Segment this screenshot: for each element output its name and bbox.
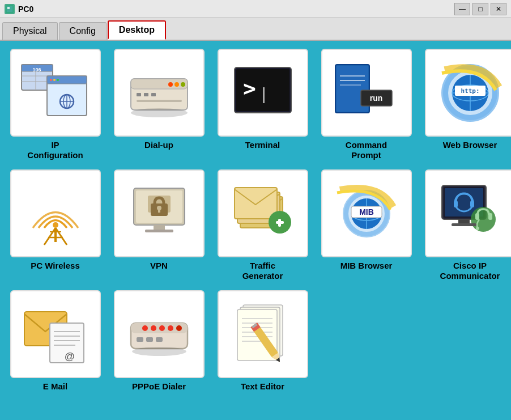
svg-point-85: [476, 227, 479, 230]
svg-point-12: [60, 95, 74, 108]
web-browser-icon: http:: [433, 59, 507, 127]
svg-rect-2: [22, 65, 53, 90]
tab-config[interactable]: Config: [59, 22, 107, 40]
svg-rect-38: [361, 90, 392, 106]
svg-rect-21: [137, 93, 141, 96]
svg-rect-19: [131, 79, 188, 110]
svg-text:@: @: [64, 351, 74, 362]
svg-line-49: [44, 228, 56, 245]
mib-browser-icon: MIB: [330, 180, 403, 248]
svg-rect-9: [47, 76, 87, 116]
svg-point-18: [57, 79, 59, 81]
svg-rect-3: [22, 65, 53, 71]
svg-point-42: [452, 75, 488, 111]
email-label: E Mail: [43, 381, 67, 392]
svg-rect-56: [148, 196, 171, 213]
icon-ip-configuration[interactable]: 106: [6, 46, 105, 163]
svg-rect-55: [136, 190, 182, 223]
icon-traffic-generator[interactable]: TrafficGenerator: [213, 167, 312, 283]
svg-rect-32: [263, 87, 265, 103]
svg-rect-115: [250, 323, 278, 357]
svg-rect-27: [137, 100, 182, 102]
svg-point-68: [344, 191, 389, 236]
svg-rect-0: [6, 6, 13, 12]
svg-point-16: [50, 79, 52, 81]
svg-point-28: [131, 108, 188, 117]
text-editor-icon: [226, 300, 300, 368]
svg-rect-4: [22, 65, 53, 71]
minimize-button[interactable]: —: [454, 3, 470, 15]
icon-pppoe-dialer[interactable]: PPPoE Dialer: [109, 288, 208, 394]
icon-pc-wireless[interactable]: PC Wireless: [6, 167, 105, 283]
icon-mib-browser[interactable]: MIB MIB Browser: [317, 167, 416, 283]
svg-point-17: [53, 79, 56, 81]
svg-rect-20: [131, 79, 188, 89]
svg-marker-117: [275, 357, 282, 363]
svg-rect-62: [240, 197, 283, 228]
close-button[interactable]: ✕: [491, 3, 506, 15]
text-editor-label: Text Editor: [241, 381, 284, 392]
svg-rect-11: [47, 76, 87, 84]
icon-dial-up[interactable]: Dial-up: [109, 46, 208, 163]
pppoe-dialer-label: PPPoE Dialer: [132, 381, 186, 392]
cisco-ip-communicator-label: Cisco IPCommunicator: [440, 261, 500, 281]
svg-point-71: [351, 207, 382, 220]
svg-point-98: [151, 325, 156, 331]
svg-text:>: >: [243, 76, 256, 101]
svg-rect-54: [134, 188, 185, 225]
svg-text:run: run: [369, 94, 382, 103]
window-icon: [5, 4, 15, 14]
icon-web-browser[interactable]: http: Web Browser: [420, 46, 511, 163]
command-prompt-label: CommandPrompt: [346, 140, 387, 160]
ip-configuration-label: IPConfiguration: [27, 140, 83, 160]
svg-rect-104: [156, 337, 163, 342]
svg-rect-106: [243, 305, 283, 356]
pppoe-dialer-icon: [122, 300, 196, 368]
svg-rect-107: [240, 307, 280, 358]
terminal-label: Terminal: [245, 140, 280, 150]
svg-point-15: [63, 95, 70, 108]
icon-cisco-ip-communicator[interactable]: Cisco IPCommunicator: [420, 167, 511, 283]
window-title: PC0: [18, 5, 33, 14]
icon-text-editor[interactable]: Text Editor: [213, 288, 312, 394]
web-browser-label: Web Browser: [443, 140, 497, 150]
icon-terminal[interactable]: > Terminal: [213, 46, 312, 163]
icon-vpn[interactable]: VPN: [109, 167, 208, 283]
window-controls: — □ ✕: [454, 3, 506, 15]
maximize-button[interactable]: □: [472, 3, 488, 15]
svg-point-24: [168, 82, 173, 87]
svg-point-43: [452, 85, 488, 101]
svg-text:http:: http:: [461, 87, 479, 95]
svg-rect-23: [151, 93, 156, 96]
svg-rect-22: [144, 93, 148, 96]
svg-rect-108: [237, 309, 277, 360]
svg-text:MIB: MIB: [359, 207, 374, 217]
svg-point-40: [443, 66, 497, 120]
svg-rect-74: [351, 206, 382, 218]
mib-browser-label: MIB Browser: [340, 261, 393, 271]
terminal-icon: >: [226, 59, 300, 127]
svg-rect-57: [151, 203, 168, 216]
svg-point-65: [269, 211, 291, 234]
svg-rect-64: [235, 188, 277, 219]
svg-point-58: [157, 206, 161, 210]
email-icon: @: [19, 300, 92, 368]
tab-desktop[interactable]: Desktop: [108, 20, 166, 40]
icon-email[interactable]: @ E Mail: [6, 288, 105, 394]
icons-grid: 106: [6, 46, 505, 394]
svg-point-100: [168, 325, 173, 331]
svg-rect-34: [337, 66, 368, 112]
tabs-bar: Physical Config Desktop: [0, 18, 511, 41]
svg-rect-78: [445, 188, 483, 217]
tab-physical[interactable]: Physical: [2, 22, 58, 40]
svg-rect-103: [146, 337, 153, 342]
svg-rect-77: [444, 187, 484, 218]
svg-rect-29: [235, 67, 291, 113]
pc-wireless-label: PC Wireless: [31, 261, 80, 271]
icon-command-prompt[interactable]: run CommandPrompt: [317, 46, 416, 163]
svg-point-82: [471, 207, 496, 232]
vpn-icon: [122, 180, 196, 248]
svg-rect-88: [24, 312, 67, 346]
svg-rect-61: [145, 230, 173, 232]
svg-rect-86: [458, 219, 470, 223]
